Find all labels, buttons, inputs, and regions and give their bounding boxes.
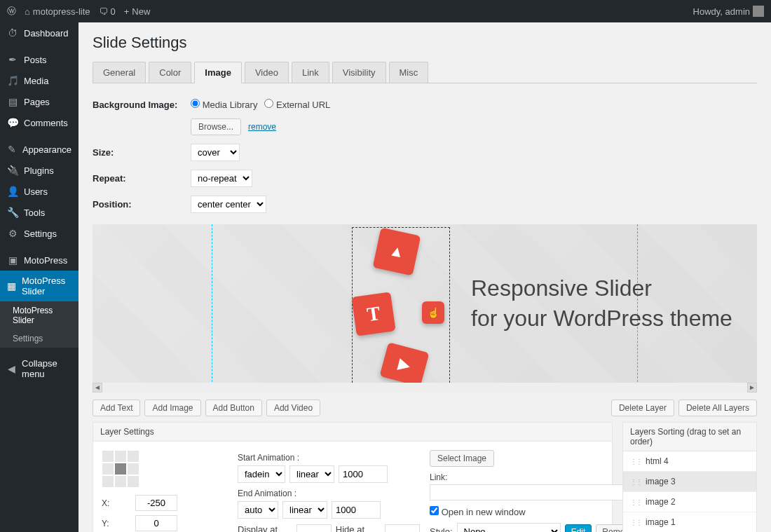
select-image-button[interactable]: Select Image xyxy=(430,450,494,467)
end-anim-select[interactable]: auto xyxy=(238,501,278,519)
pin-icon: ✒ xyxy=(7,54,18,65)
admin-sidebar: ⏱Dashboard ✒Posts 🎵Media ▤Pages 💬Comment… xyxy=(0,22,79,532)
canvas-hscroll[interactable]: ◄► xyxy=(93,383,757,393)
collapse-menu[interactable]: ◀Collapse menu xyxy=(0,353,79,384)
tab-color[interactable]: Color xyxy=(149,62,191,83)
tab-video[interactable]: Video xyxy=(245,62,289,83)
remove-link[interactable]: remove xyxy=(248,122,276,132)
sidebar-tools[interactable]: 🔧Tools xyxy=(0,202,79,223)
gauge-icon: ⏱ xyxy=(7,27,18,39)
media-icon: 🎵 xyxy=(7,75,18,86)
plug-icon: 🔌 xyxy=(7,165,18,176)
link-input[interactable] xyxy=(430,484,640,500)
mp-slider-icon: ▦ xyxy=(7,280,16,292)
slide-canvas[interactable]: ▲ T ☝ ▶ Responsive Sliderfor your WordPr… xyxy=(93,224,757,393)
add-text-button[interactable]: Add Text xyxy=(93,400,140,416)
tab-link[interactable]: Link xyxy=(292,62,329,83)
wp-logo-icon[interactable]: ⓦ xyxy=(7,5,16,18)
delete-all-layers-button[interactable]: Delete All Layers xyxy=(678,400,757,416)
page-icon: ▤ xyxy=(7,96,18,107)
x-label: X: xyxy=(102,498,130,508)
tab-image[interactable]: Image xyxy=(194,62,242,83)
start-dur-input[interactable] xyxy=(339,465,388,483)
display-at-input[interactable] xyxy=(296,524,332,532)
y-input[interactable] xyxy=(135,515,177,531)
settings-tabs: General Color Image Video Link Visibilit… xyxy=(93,62,757,83)
add-video-button[interactable]: Add Video xyxy=(266,400,320,416)
sidebar-posts[interactable]: ✒Posts xyxy=(0,49,79,70)
user-icon: 👤 xyxy=(7,186,18,197)
howdy-link[interactable]: Howdy, admin xyxy=(693,6,764,17)
start-anim-label: Start Animation : xyxy=(238,453,420,463)
x-input[interactable] xyxy=(135,495,177,511)
open-new-window[interactable]: Open in new window xyxy=(430,507,526,517)
sidebar-appearance[interactable]: ✎Appearance xyxy=(0,139,79,160)
guide-left xyxy=(212,224,212,393)
position-select[interactable]: center center xyxy=(191,196,266,213)
edit-style-button[interactable]: Edit xyxy=(565,524,592,533)
sidebar-comments[interactable]: 💬Comments xyxy=(0,112,79,133)
drag-handle-icon: ⋮⋮ xyxy=(630,498,641,506)
tab-visibility[interactable]: Visibility xyxy=(332,62,386,83)
sort-item[interactable]: ⋮⋮image 2 xyxy=(623,492,756,512)
end-anim-label: End Animation : xyxy=(238,489,420,498)
add-button-button[interactable]: Add Button xyxy=(205,400,262,416)
layer-text-icon[interactable]: T xyxy=(351,292,395,336)
sidebar-plugins[interactable]: 🔌Plugins xyxy=(0,160,79,181)
hide-at-input[interactable] xyxy=(385,524,420,532)
style-label: Style: xyxy=(430,526,453,532)
collapse-icon: ◀ xyxy=(7,363,16,374)
radio-media-library[interactable]: Media Library xyxy=(191,99,257,110)
comment-icon: 💬 xyxy=(7,117,18,128)
slide-headline[interactable]: Responsive Sliderfor your WordPress them… xyxy=(471,273,732,334)
start-ease-select[interactable]: linear xyxy=(289,465,334,483)
sidebar-settings[interactable]: ⚙Settings xyxy=(0,223,79,244)
repeat-label: Repeat: xyxy=(93,173,191,184)
sort-item[interactable]: ⋮⋮html 4 xyxy=(623,451,756,472)
layers-sorting-panel: Layers Sorting (drag to set an order) ⋮⋮… xyxy=(622,422,757,532)
end-ease-select[interactable]: linear xyxy=(282,501,327,519)
sort-item[interactable]: ⋮⋮image 3 xyxy=(623,472,756,492)
position-grid[interactable] xyxy=(102,450,228,488)
mp-icon: ▣ xyxy=(7,254,18,266)
radio-external-url[interactable]: External URL xyxy=(264,99,330,110)
start-anim-select[interactable]: fadein xyxy=(238,465,285,483)
sidebar-sub-slider[interactable]: MotoPress Slider xyxy=(0,301,79,329)
browse-button[interactable]: Browse... xyxy=(191,118,241,135)
site-link[interactable]: ⌂ motopress-lite xyxy=(25,6,90,17)
sidebar-dashboard[interactable]: ⏱Dashboard xyxy=(0,22,79,43)
sort-item[interactable]: ⋮⋮image 1 xyxy=(623,512,756,532)
hide-at-label: Hide at (ms): xyxy=(336,524,381,532)
layer-image-icon[interactable]: ▲ xyxy=(373,228,421,276)
end-dur-input[interactable] xyxy=(332,501,381,519)
brush-icon: ✎ xyxy=(7,144,17,155)
layer-settings-title: Layer Settings xyxy=(93,423,612,442)
admin-toolbar: ⓦ ⌂ motopress-lite 🗨 0 + New Howdy, admi… xyxy=(0,0,771,22)
size-select[interactable]: cover xyxy=(191,144,240,161)
layer-pointer-icon[interactable]: ☝ xyxy=(422,301,444,324)
page-title: Slide Settings xyxy=(93,34,757,52)
sliders-icon: ⚙ xyxy=(7,228,18,239)
add-image-button[interactable]: Add Image xyxy=(144,400,200,416)
tab-general[interactable]: General xyxy=(93,62,146,83)
display-at-label: Display at (ms): xyxy=(238,524,292,532)
drag-handle-icon: ⋮⋮ xyxy=(630,478,641,486)
tab-misc[interactable]: Misc xyxy=(389,62,429,83)
sidebar-users[interactable]: 👤Users xyxy=(0,181,79,202)
avatar xyxy=(753,6,764,17)
sidebar-media[interactable]: 🎵Media xyxy=(0,70,79,91)
new-link[interactable]: + New xyxy=(124,6,151,17)
style-select[interactable]: None xyxy=(457,523,561,532)
delete-layer-button[interactable]: Delete Layer xyxy=(611,400,674,416)
position-label: Position: xyxy=(93,199,191,210)
drag-handle-icon: ⋮⋮ xyxy=(630,519,641,526)
bg-image-label: Background Image: xyxy=(93,100,191,110)
y-label: Y: xyxy=(102,519,130,528)
sidebar-sub-settings[interactable]: Settings xyxy=(0,329,79,348)
repeat-select[interactable]: no-repeat xyxy=(191,170,252,187)
layer-settings-panel: Layer Settings X: Y: width xyxy=(93,422,613,532)
sidebar-motopress[interactable]: ▣MotoPress xyxy=(0,250,79,271)
sidebar-pages[interactable]: ▤Pages xyxy=(0,91,79,112)
sidebar-motopress-slider[interactable]: ▦MotoPress Slider xyxy=(0,271,79,301)
comments-link[interactable]: 🗨 0 xyxy=(99,6,116,17)
